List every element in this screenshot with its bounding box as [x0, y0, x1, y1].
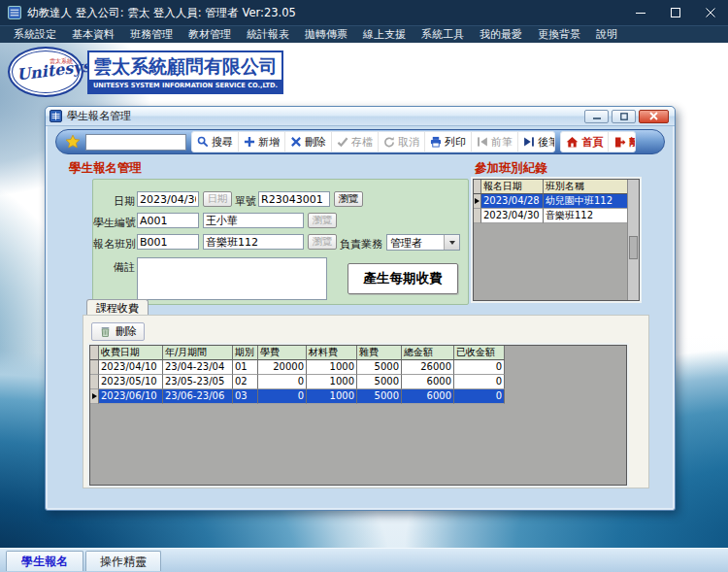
table-row[interactable]: 2023/06/1023/06-23/060301000500060000 [90, 389, 626, 404]
menu-item[interactable]: 系統設定 [6, 27, 64, 42]
doc-browse-button[interactable]: 瀏覽 [334, 191, 363, 207]
toolbar-next-button[interactable]: 後筆 [518, 132, 555, 151]
menu-item[interactable]: 更換背景 [530, 27, 588, 42]
company-banner: 雲太系統顧問有限公司 UNITESYS SYSTEM INFORMATION S… [87, 50, 283, 94]
date-input[interactable] [137, 191, 199, 207]
child-window-titlebar[interactable]: 學生報名管理 [46, 107, 675, 126]
prev-icon [477, 136, 488, 148]
scrollbar-thumb[interactable] [629, 236, 638, 259]
doc-no-input[interactable] [258, 191, 330, 207]
menu-item[interactable]: 基本資料 [64, 27, 122, 42]
grid-cell: 0 [454, 375, 505, 389]
class-records-title: 參加班別紀錄 [475, 160, 547, 177]
table-row[interactable]: 2023/04/30音樂班112 [474, 209, 639, 223]
grid-cell: 23/06-23/06 [163, 389, 233, 404]
menu-item[interactable]: 系統工具 [414, 27, 472, 42]
window-controls [623, 0, 728, 25]
class-id-input[interactable] [137, 234, 199, 250]
toolbar-home-button[interactable]: 首頁 [561, 132, 609, 151]
owner-label: 負責業務 [338, 237, 382, 252]
printer-icon [430, 136, 442, 148]
student-browse-button: 瀏覽 [308, 213, 337, 228]
student-id-input[interactable] [137, 213, 199, 228]
delete-fee-button[interactable]: 刪除 [91, 322, 145, 341]
desktop-background: Unitesys 雲太系統 雲太系統顧問有限公司 UNITESYS SYSTEM… [0, 43, 728, 548]
favorite-star-icon[interactable] [65, 134, 81, 150]
undo-icon [383, 136, 395, 148]
taskbar-tab-student-registration[interactable]: 學生報名 [6, 551, 83, 571]
toolbar-x-button[interactable]: 刪除 [285, 132, 332, 151]
logo-badge-text: 雲太系統 [50, 57, 73, 66]
grid-column-header: 收費日期 [99, 346, 163, 360]
maximize-button[interactable] [658, 0, 693, 25]
vertical-scrollbar[interactable] [627, 180, 639, 300]
plus-icon [244, 136, 255, 148]
student-name-input[interactable] [203, 213, 304, 228]
grid-column-header: 總金額 [402, 346, 454, 360]
grid-cell: 0 [258, 375, 307, 389]
grid-column-header: 期別 [233, 346, 258, 360]
menu-item[interactable]: 教材管理 [181, 27, 239, 42]
child-maximize-button[interactable] [612, 110, 636, 123]
generate-fees-button[interactable]: 產生每期收費 [347, 263, 458, 294]
toolbar-button-label: 前筆 [491, 135, 513, 150]
owner-dropdown[interactable]: 管理者 [386, 234, 460, 251]
child-minimize-button[interactable] [584, 110, 609, 123]
grid-column-header: 已收金額 [454, 346, 505, 360]
class-records-grid: 報名日期班別名稱2023/04/28幼兒園中班1122023/04/30音樂班1… [473, 179, 640, 301]
child-window-title: 學生報名管理 [67, 109, 131, 123]
course-fees-panel: 刪除 收費日期年/月期間期別學費材料費雜費總金額已收金額2023/04/1023… [83, 315, 649, 488]
company-logo: Unitesys 雲太系統 [8, 47, 83, 97]
grid-cell: 26000 [402, 360, 454, 375]
chevron-down-icon [449, 241, 455, 245]
memo-textarea[interactable] [137, 257, 327, 300]
grid-cell: 0 [454, 389, 505, 404]
menu-item[interactable]: 線上支援 [355, 27, 414, 42]
toolbar-exit-button[interactable]: 離開 [609, 132, 636, 151]
grid-cell: 幼兒園中班112 [544, 194, 628, 209]
toolbar-button-group: 搜尋新增刪除存檔取消列印前筆後筆審核解鎖 [191, 131, 555, 152]
row-selector-cell [90, 375, 99, 389]
toolbar-printer-button[interactable]: 列印 [425, 132, 472, 151]
menu-item[interactable]: 班務管理 [122, 27, 181, 42]
student-id-label: 學生編號 [93, 216, 135, 230]
toolbar-search-button[interactable]: 搜尋 [192, 132, 239, 151]
grid-cell: 02 [233, 375, 258, 389]
app-icon [8, 6, 21, 19]
grid-column-header: 雜費 [357, 346, 402, 360]
child-close-button[interactable] [639, 110, 669, 123]
table-row[interactable]: 2023/04/28幼兒園中班112 [474, 194, 639, 209]
minimize-button[interactable] [623, 0, 658, 25]
dropdown-arrow-button[interactable] [444, 235, 459, 250]
table-row[interactable]: 2023/04/1023/04-23/040120000100050002600… [90, 360, 626, 375]
menu-item[interactable]: 拋轉傳票 [297, 27, 355, 42]
menu-item[interactable]: 說明 [588, 27, 625, 42]
menu-item[interactable]: 我的最愛 [472, 27, 530, 42]
grid-cell: 2023/04/30 [481, 209, 544, 223]
grid-cell: 2023/05/10 [99, 375, 163, 389]
toolbar-button-label: 後筆 [538, 135, 555, 150]
table-row[interactable]: 2023/05/1023/05-23/050201000500060000 [90, 375, 626, 389]
current-record-arrow-icon [92, 393, 97, 399]
toolbar-button-label: 存檔 [351, 135, 373, 150]
close-button[interactable] [693, 0, 728, 25]
class-browse-button: 瀏覽 [308, 234, 337, 250]
quick-search-input[interactable] [85, 134, 186, 151]
grid-header-row: 報名日期班別名稱 [474, 180, 639, 194]
main-window-titlebar: 幼教達人 登入公司: 雲太 登入人員: 管理者 Ver:23.05 [0, 0, 728, 25]
grid-column-header: 報名日期 [481, 180, 544, 194]
row-selector-cell [474, 209, 481, 223]
class-name-input[interactable] [203, 234, 304, 250]
child-window: 學生報名管理 搜尋新增刪除存檔取 [45, 106, 676, 511]
doc-no-label: 單號 [233, 194, 256, 209]
grid-column-header: 班別名稱 [544, 180, 628, 194]
grid-cell: 6000 [402, 389, 454, 404]
toolbar-plus-button[interactable]: 新增 [239, 132, 285, 151]
grid-column-header: 材料費 [307, 346, 357, 360]
menu-item[interactable]: 統計報表 [239, 27, 297, 42]
taskbar-tab-wizard[interactable]: 操作精靈 [85, 551, 161, 571]
grid-cell: 03 [233, 389, 258, 404]
row-selector-cell [90, 346, 99, 360]
date-label: 日期 [95, 194, 135, 209]
registration-form-panel: 日期 日期 單號 瀏覽 學生編號 瀏覽 報名班別 瀏覽 負責業務 管理者 [92, 179, 469, 305]
